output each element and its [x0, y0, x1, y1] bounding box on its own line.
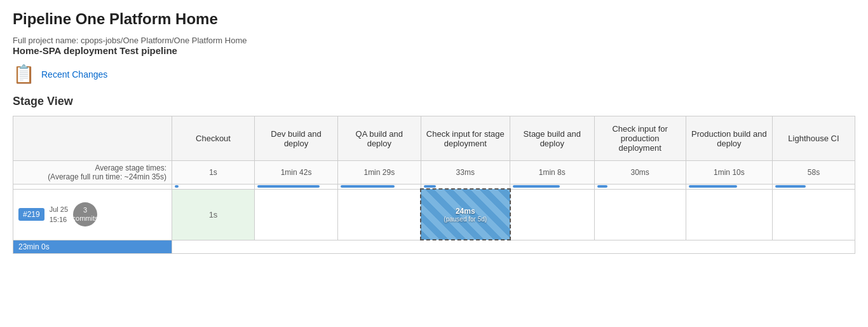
avg-stage: 1min 8s: [510, 161, 595, 184]
project-info: Full project name: cpops-jobs/One Platfo…: [13, 36, 855, 56]
pipeline-area: Checkout Dev build and deploy QA build a…: [13, 116, 855, 254]
avg-lighthouse: 58s: [772, 161, 855, 184]
avg-row: Average stage times: (Average full run t…: [13, 161, 855, 184]
build-date-time: Jul 25 15:16: [50, 204, 68, 225]
project-name: Full project name: cpops-jobs/One Platfo…: [13, 36, 855, 45]
stage-cell-check-stage[interactable]: 24ms (paused for 5d): [421, 189, 510, 240]
header-check-stage: Check input for stage deployment: [421, 116, 510, 161]
header-prod-build: Production build and deploy: [686, 116, 772, 161]
stage-cell-prod: [686, 189, 772, 240]
recent-changes-section: 📋 Recent Changes: [13, 64, 855, 85]
header-check-prod: Check input for production deployment: [594, 116, 686, 161]
header-lighthouse: Lighthouse CI: [772, 116, 855, 161]
build-meta-inner: #219 Jul 25 15:16 3 commits: [18, 202, 166, 226]
build-row-219: #219 Jul 25 15:16 3 commits 1s: [13, 189, 855, 240]
progress-checkout: [172, 184, 255, 190]
page-container: Pipeline One Platform Home Full project …: [0, 0, 868, 264]
progress-left: [13, 184, 172, 190]
stage-cell-lighthouse: [772, 189, 855, 240]
progress-prod: [686, 184, 772, 190]
avg-qa: 1min 29s: [338, 161, 421, 184]
avg-check-prod: 30ms: [594, 161, 686, 184]
progress-check-stage: [421, 184, 510, 190]
header-stage-build: Stage build and deploy: [510, 116, 595, 161]
progress-lighthouse: [772, 184, 855, 190]
build-number-badge[interactable]: #219: [18, 208, 44, 221]
progress-qa: [338, 184, 421, 190]
avg-check-stage: 33ms: [421, 161, 510, 184]
pipeline-name: Home-SPA deployment Test pipeline: [13, 45, 855, 56]
avg-dev: 1min 42s: [255, 161, 338, 184]
avg-label-cell: Average stage times: (Average full run t…: [13, 161, 172, 184]
stage-cell-stage: [510, 189, 595, 240]
stage-cell-dev: [255, 189, 338, 240]
header-row: Checkout Dev build and deploy QA build a…: [13, 116, 855, 161]
header-left-empty: [13, 116, 172, 161]
notepad-icon: 📋: [13, 64, 35, 85]
avg-checkout: 1s: [172, 161, 255, 184]
stage-view-title: Stage View: [13, 95, 855, 108]
header-dev-build: Dev build and deploy: [255, 116, 338, 161]
total-time-bar: 23min 0s: [13, 240, 172, 253]
commits-badge[interactable]: 3 commits: [73, 202, 97, 226]
progress-row: [13, 184, 855, 190]
header-checkout: Checkout: [172, 116, 255, 161]
build-meta-219: #219 Jul 25 15:16 3 commits: [13, 189, 172, 240]
header-qa-build: QA build and deploy: [338, 116, 421, 161]
stage-cell-checkout[interactable]: 1s: [172, 189, 255, 240]
stage-cell-qa: [338, 189, 421, 240]
progress-check-prod: [594, 184, 686, 190]
avg-prod: 1min 10s: [686, 161, 772, 184]
page-title: Pipeline One Platform Home: [13, 10, 855, 28]
pipeline-grid: Checkout Dev build and deploy QA build a…: [13, 116, 855, 254]
progress-dev: [255, 184, 338, 190]
bottom-bar-row: 23min 0s: [13, 240, 855, 253]
stage-cell-check-prod: [594, 189, 686, 240]
progress-stage: [510, 184, 595, 190]
recent-changes-link[interactable]: Recent Changes: [41, 69, 107, 80]
